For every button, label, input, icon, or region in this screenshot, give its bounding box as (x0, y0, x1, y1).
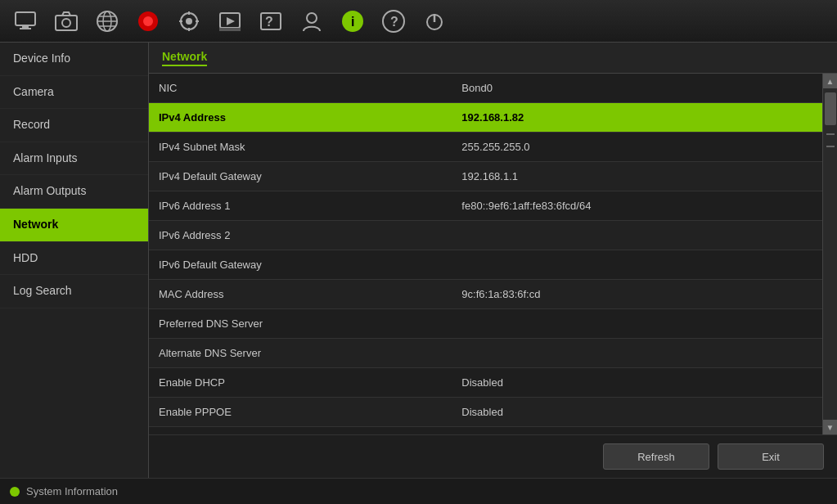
table-row: IPv6 Address 1fe80::9ef6:1aff:fe83:6fcd/… (149, 191, 822, 221)
svg-text:?: ? (390, 15, 398, 29)
action-bar: Refresh Exit (149, 434, 837, 478)
sidebar-item-alarm-outputs[interactable]: Alarm Outputs (0, 175, 148, 209)
main-layout: Device Info Camera Record Alarm Inputs A… (0, 43, 837, 478)
table-cell-value (452, 309, 822, 339)
exit-button[interactable]: Exit (718, 443, 824, 470)
table-cell-value: 255.255.255.0 (452, 133, 822, 162)
table-row: Preferred DNS Server (149, 309, 822, 339)
table-row: IPv4 Default Gateway192.168.1.1 (149, 162, 822, 191)
table-row: IPv4 Address192.168.1.82 (149, 103, 822, 133)
refresh-button[interactable]: Refresh (603, 443, 709, 470)
svg-marker-20 (227, 17, 235, 25)
content-header: Network (149, 43, 837, 74)
table-cell-label: Preferred DNS Server (149, 309, 452, 339)
toolbar: ? i ? (0, 0, 837, 43)
svg-rect-19 (219, 28, 241, 31)
table-row: IPv4 Subnet Mask255.255.255.0 (149, 133, 822, 162)
table-row: Enable PPPOEDisabled (149, 398, 822, 427)
status-dot (10, 487, 20, 497)
network-table: NICBond0IPv4 Address192.168.1.82IPv4 Sub… (149, 74, 822, 427)
status-text: System Information (26, 485, 118, 497)
breadcrumb-tab: Network (162, 50, 207, 66)
table-cell-label: Alternate DNS Server (149, 339, 452, 368)
sidebar-item-hdd[interactable]: HDD (0, 242, 148, 276)
table-scroll[interactable]: NICBond0IPv4 Address192.168.1.82IPv4 Sub… (149, 74, 822, 434)
scroll-thumb (825, 92, 836, 125)
sidebar-item-log-search[interactable]: Log Search (0, 275, 148, 308)
table-cell-value: 9c:f6:1a:83:6f:cd (452, 280, 822, 309)
svg-rect-0 (16, 12, 35, 25)
table-cell-label: IPv4 Address (149, 103, 452, 133)
sidebar-item-camera[interactable]: Camera (0, 76, 148, 110)
svg-rect-2 (20, 28, 31, 29)
power-icon[interactable] (417, 4, 452, 38)
sidebar: Device Info Camera Record Alarm Inputs A… (0, 43, 149, 478)
help-icon[interactable]: ? (254, 4, 288, 38)
sidebar-item-alarm-inputs[interactable]: Alarm Inputs (0, 142, 148, 176)
table-row: Enable DHCPDisabled (149, 368, 822, 398)
table-cell-label: IPv4 Default Gateway (149, 162, 452, 191)
svg-rect-1 (22, 25, 29, 28)
table-row: IPv6 Address 2 (149, 221, 822, 250)
table-cell-label: NIC (149, 74, 452, 103)
table-row: Alternate DNS Server (149, 339, 822, 368)
svg-point-23 (307, 13, 317, 23)
table-cell-label: IPv6 Default Gateway (149, 250, 452, 280)
table-row: IPv6 Default Gateway (149, 250, 822, 280)
sidebar-item-network[interactable]: Network (0, 209, 148, 242)
table-cell-label: Enable DHCP (149, 368, 452, 398)
sidebar-item-record[interactable]: Record (0, 109, 148, 142)
table-cell-label: IPv4 Subnet Mask (149, 133, 452, 162)
custom-scrollbar[interactable]: ▲ ▼ (822, 74, 837, 434)
table-cell-value (452, 339, 822, 368)
scroll-down-button[interactable]: ▼ (823, 420, 838, 434)
table-cell-value: 192.168.1.82 (452, 103, 822, 133)
record-icon[interactable] (131, 4, 165, 38)
table-cell-value (452, 221, 822, 250)
bottom-bar: System Information (0, 478, 837, 504)
table-cell-label: MAC Address (149, 280, 452, 309)
svg-point-17 (186, 18, 192, 25)
table-cell-label: IPv6 Address 1 (149, 191, 452, 221)
account-icon[interactable] (295, 4, 329, 38)
table-cell-value: Disabled (452, 398, 822, 427)
svg-text:i: i (351, 15, 354, 29)
camera-icon[interactable] (49, 4, 83, 38)
svg-rect-3 (56, 16, 77, 30)
table-cell-label: IPv6 Address 2 (149, 221, 452, 250)
table-cell-label: Enable PPPOE (149, 398, 452, 427)
scroll-track (823, 88, 838, 420)
table-cell-value: Disabled (452, 368, 822, 398)
table-cell-value: 192.168.1.1 (452, 162, 822, 191)
info-icon[interactable]: i (335, 4, 370, 38)
sidebar-item-device-info[interactable]: Device Info (0, 43, 148, 76)
playback-icon[interactable] (213, 4, 247, 38)
table-row: NICBond0 (149, 74, 822, 103)
ptz-icon[interactable] (172, 4, 206, 38)
svg-point-4 (62, 19, 70, 27)
table-cell-value (452, 250, 822, 280)
content-area: Network NICBond0IPv4 Address192.168.1.82… (149, 43, 837, 478)
table-row: MAC Address9c:f6:1a:83:6f:cd (149, 280, 822, 309)
table-cell-value: fe80::9ef6:1aff:fe83:6fcd/64 (452, 191, 822, 221)
svg-point-11 (143, 16, 153, 26)
table-cell-value: Bond0 (452, 74, 822, 103)
question-icon[interactable]: ? (376, 4, 411, 38)
monitor-icon[interactable] (8, 4, 43, 38)
svg-text:?: ? (265, 15, 273, 29)
scroll-up-button[interactable]: ▲ (823, 74, 838, 88)
globe-icon[interactable] (90, 4, 124, 38)
table-container: NICBond0IPv4 Address192.168.1.82IPv4 Sub… (149, 74, 837, 434)
